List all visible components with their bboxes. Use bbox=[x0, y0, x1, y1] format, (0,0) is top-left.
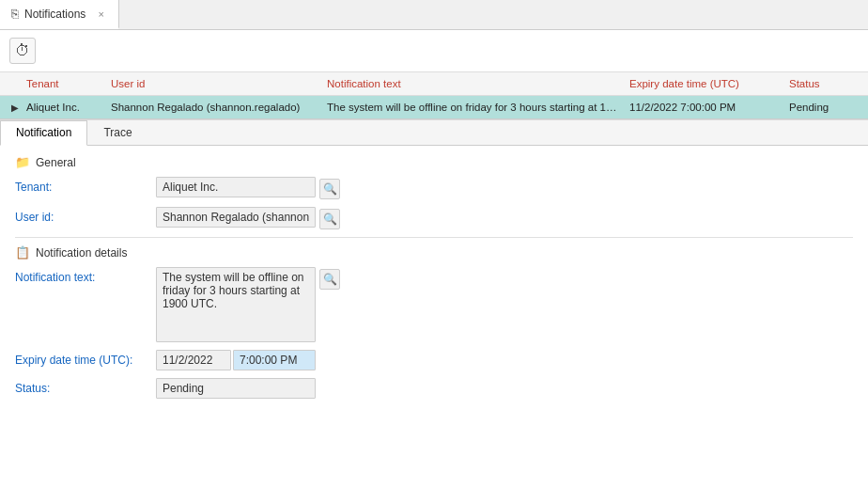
notif-text-row: Notification text: The system will be of… bbox=[15, 267, 853, 342]
expiry-date-input[interactable] bbox=[156, 350, 231, 370]
notification-details-label: Notification details bbox=[36, 246, 127, 260]
userid-label: User id: bbox=[15, 207, 156, 224]
divider-1 bbox=[15, 237, 853, 238]
col-header-userid: User id bbox=[107, 76, 323, 91]
row-status: Pending bbox=[785, 100, 860, 115]
tab-trace[interactable]: Trace bbox=[87, 120, 147, 145]
sub-tabs: Notification Trace bbox=[0, 120, 868, 146]
general-section-header: 📁 General bbox=[15, 155, 853, 169]
notif-text-field-wrap: The system will be offline on friday for… bbox=[156, 267, 340, 342]
expiry-label: Expiry date time (UTC): bbox=[15, 350, 156, 367]
row-notification-text: The system will be offline on friday for… bbox=[323, 100, 626, 115]
row-tenant: Aliquet Inc. bbox=[23, 100, 107, 115]
detail-form: 📁 General Tenant: 🔍 User id: 🔍 bbox=[0, 146, 868, 416]
grid-section: Tenant User id Notification text Expiry … bbox=[0, 72, 868, 120]
tab-notifications-label: Notifications bbox=[24, 8, 85, 21]
col-header-expand bbox=[8, 82, 23, 86]
table-row[interactable]: ▶ Aliquet Inc. Shannon Regalado (shannon… bbox=[0, 96, 868, 119]
main-content: ⏱ Tenant User id Notification text Expir… bbox=[0, 30, 868, 504]
tenant-label: Tenant: bbox=[15, 177, 156, 194]
col-header-expiry: Expiry date time (UTC) bbox=[626, 76, 785, 91]
tab-notification[interactable]: Notification bbox=[0, 120, 87, 146]
expiry-row: Expiry date time (UTC): bbox=[15, 350, 853, 370]
status-label: Status: bbox=[15, 378, 156, 395]
userid-row: User id: 🔍 bbox=[15, 207, 853, 229]
tenant-input[interactable] bbox=[156, 177, 316, 197]
tenant-field-wrap: 🔍 bbox=[156, 177, 340, 199]
expiry-time-input[interactable] bbox=[233, 350, 316, 370]
tab-notifications[interactable]: ⎘ Notifications × bbox=[0, 0, 119, 29]
general-section-label: General bbox=[36, 156, 76, 169]
expiry-field-wrap bbox=[156, 350, 316, 370]
tenant-search-button[interactable]: 🔍 bbox=[319, 179, 340, 199]
userid-field-wrap: 🔍 bbox=[156, 207, 340, 229]
date-time-wrap bbox=[156, 350, 316, 370]
notif-text-search-button[interactable]: 🔍 bbox=[319, 269, 340, 290]
status-field-wrap bbox=[156, 378, 316, 399]
detail-section: Notification Trace 📁 General Tenant: 🔍 U… bbox=[0, 120, 868, 504]
col-header-status: Status bbox=[785, 76, 860, 91]
status-row: Status: bbox=[15, 378, 853, 399]
tab-notifications-icon: ⎘ bbox=[11, 7, 19, 21]
tab-close-button[interactable]: × bbox=[95, 8, 106, 21]
tab-bar: ⎘ Notifications × bbox=[0, 0, 868, 30]
notif-text-textarea[interactable]: The system will be offline on friday for… bbox=[156, 267, 316, 342]
row-expand-arrow[interactable]: ▶ bbox=[8, 100, 23, 115]
notification-details-header: 📋 Notification details bbox=[15, 245, 853, 260]
notif-details-icon: 📋 bbox=[15, 245, 30, 260]
notif-text-label: Notification text: bbox=[15, 267, 156, 284]
userid-search-button[interactable]: 🔍 bbox=[319, 209, 340, 229]
clock-icon[interactable]: ⏱ bbox=[9, 38, 36, 64]
tenant-row: Tenant: 🔍 bbox=[15, 177, 853, 199]
row-expiry: 11/2/2022 7:00:00 PM bbox=[626, 100, 785, 115]
folder-icon: 📁 bbox=[15, 155, 30, 169]
col-header-tenant: Tenant bbox=[23, 76, 107, 91]
col-header-notif: Notification text bbox=[323, 76, 626, 91]
toolbar: ⏱ bbox=[0, 30, 868, 72]
userid-input[interactable] bbox=[156, 207, 316, 228]
grid-header: Tenant User id Notification text Expiry … bbox=[0, 72, 868, 96]
status-input[interactable] bbox=[156, 378, 316, 399]
row-userid: Shannon Regalado (shannon.regalado) bbox=[107, 100, 323, 115]
